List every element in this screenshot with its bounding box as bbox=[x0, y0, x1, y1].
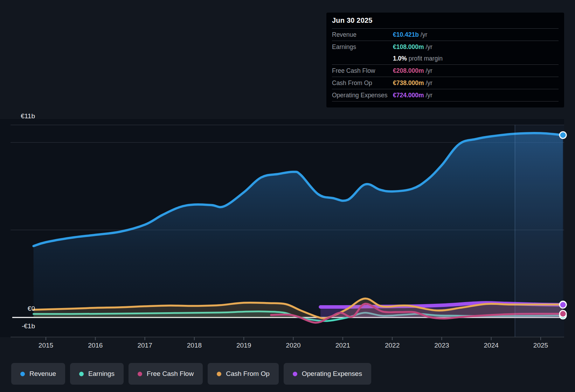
tooltip-row-free-cash-flow: Free Cash Flow€208.000m /yr bbox=[332, 64, 559, 77]
y-axis-label-11b: €11b bbox=[11, 112, 35, 120]
tooltip-row-unit: /yr bbox=[424, 43, 432, 50]
x-axis-label-2020: 2020 bbox=[278, 342, 309, 349]
tooltip-row-unit: /yr bbox=[424, 79, 432, 86]
tooltip-row-value: €108.000m /yr bbox=[393, 43, 432, 51]
tooltip-row-unit: /yr bbox=[424, 92, 432, 99]
x-axis-label-2019: 2019 bbox=[228, 342, 259, 349]
tooltip-row-label: Cash From Op bbox=[332, 79, 372, 87]
tooltip-row-label: Free Cash Flow bbox=[332, 67, 375, 75]
y-axis-label-1b: -€1b bbox=[11, 322, 35, 330]
legend-dot-icon bbox=[293, 372, 297, 376]
x-axis-label-2015: 2015 bbox=[30, 342, 62, 349]
tooltip-date: Jun 30 2025 bbox=[332, 13, 559, 28]
legend-item-earnings[interactable]: Earnings bbox=[70, 363, 124, 385]
x-axis-label-2021: 2021 bbox=[327, 342, 359, 349]
legend-label: Cash From Op bbox=[226, 370, 270, 378]
profit-margin-text: profit margin bbox=[407, 55, 443, 62]
y-axis-label-0: €0 bbox=[11, 304, 35, 313]
legend: RevenueEarningsFree Cash FlowCash From O… bbox=[11, 363, 371, 385]
legend-label: Revenue bbox=[29, 370, 56, 378]
tooltip-row-cash-from-op: Cash From Op€738.000m /yr bbox=[332, 77, 559, 89]
legend-item-operating-expenses[interactable]: Operating Expenses bbox=[284, 363, 371, 385]
tooltip-bottom-divider bbox=[332, 101, 559, 102]
x-axis-label-2025: 2025 bbox=[525, 342, 556, 349]
legend-label: Earnings bbox=[88, 370, 115, 378]
operating-expenses-endpoint-marker[interactable] bbox=[560, 301, 566, 308]
profit-margin-value: 1.0% bbox=[393, 55, 407, 62]
tooltip-profit-margin-row: 1.0% profit margin bbox=[332, 53, 559, 64]
tooltip-row-unit: /yr bbox=[424, 67, 432, 74]
tooltip-row-value: €208.000m /yr bbox=[393, 67, 432, 75]
legend-dot-icon bbox=[20, 372, 25, 376]
tooltip-panel: Jun 30 2025 Revenue€10.421b /yrEarnings€… bbox=[326, 13, 564, 107]
forecast-band bbox=[515, 125, 564, 337]
tooltip-row-label: Revenue bbox=[332, 31, 356, 38]
legend-dot-icon bbox=[79, 372, 84, 376]
legend-label: Free Cash Flow bbox=[147, 370, 194, 378]
x-axis-label-2023: 2023 bbox=[426, 342, 457, 349]
tooltip-row-earnings: Earnings€108.000m /yr bbox=[332, 41, 559, 53]
tooltip-row-revenue: Revenue€10.421b /yr bbox=[332, 28, 559, 41]
earnings-revenue-history-chart[interactable]: €11b€0-€1b 20152016201720182019202020212… bbox=[0, 0, 575, 392]
tooltip-row-label: Earnings bbox=[332, 43, 356, 51]
free-cash-flow-endpoint-marker[interactable] bbox=[560, 310, 566, 317]
tooltip-row-unit: /yr bbox=[419, 31, 427, 38]
legend-dot-icon bbox=[138, 372, 142, 376]
x-axis-label-2018: 2018 bbox=[179, 342, 210, 349]
x-axis-label-2022: 2022 bbox=[376, 342, 408, 349]
legend-item-revenue[interactable]: Revenue bbox=[11, 363, 65, 385]
legend-item-free-cash-flow[interactable]: Free Cash Flow bbox=[129, 363, 203, 385]
tooltip-row-value: €724.000m /yr bbox=[393, 92, 432, 99]
tooltip-row-value: €738.000m /yr bbox=[393, 79, 432, 87]
x-axis-label-2024: 2024 bbox=[476, 342, 507, 349]
revenue-endpoint-marker[interactable] bbox=[560, 132, 566, 138]
x-axis-label-2017: 2017 bbox=[129, 342, 161, 349]
legend-dot-icon bbox=[217, 372, 221, 376]
tooltip-row-label: Operating Expenses bbox=[332, 92, 388, 99]
tooltip-row-value: €10.421b /yr bbox=[393, 31, 427, 38]
tooltip-row-operating-expenses: Operating Expenses€724.000m /yr bbox=[332, 89, 559, 101]
legend-item-cash-from-op[interactable]: Cash From Op bbox=[208, 363, 279, 385]
x-axis-label-2016: 2016 bbox=[79, 342, 111, 349]
legend-label: Operating Expenses bbox=[302, 370, 362, 378]
